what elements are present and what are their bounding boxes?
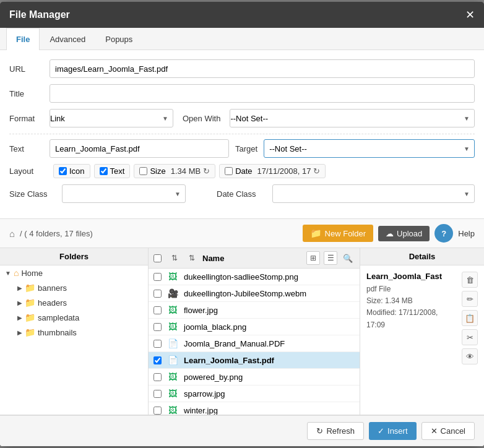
edit-button[interactable]: ✏ [462,291,478,307]
date-class-select-wrapper [272,184,475,203]
refresh-button[interactable]: ↻ Refresh [307,422,364,440]
details-filename: Learn_Joomla_Fast [366,272,457,281]
file-checkbox-1[interactable] [153,290,162,298]
text-checkbox[interactable] [100,167,108,175]
tab-advanced[interactable]: Advanced [40,28,95,50]
file-row-2[interactable]: 🖼 flower.jpg [149,302,360,319]
file-icon-8: 🖼 [166,405,179,415]
size-value: 1.34 MB [171,166,201,176]
file-row-1[interactable]: 🎥 dukeellington-JubileeStomp.webm [149,285,360,302]
tree-label-thumbnails: thumbnails [38,328,77,337]
dialog-header: File Manager ✕ [0,2,484,28]
text-input[interactable] [50,139,229,158]
preview-button[interactable]: 👁 [462,348,478,364]
insert-button[interactable]: ✓ Insert [369,422,417,440]
format-row: Format Link Image Button Open With --Not… [9,109,475,127]
details-modified: Modified: 17/11/2008, 17:09 [366,307,457,330]
file-row-4[interactable]: 📄 Joomla_Brand_Manual.PDF [149,335,360,352]
sort-alpha-icon[interactable]: ⇅ [168,251,181,265]
tree-label-sampledata: sampledata [38,313,79,322]
upload-button[interactable]: ☁ Upload [378,226,430,241]
file-icon-3: 🖼 [166,322,179,332]
dialog-close-button[interactable]: ✕ [465,8,475,22]
file-icon-4: 📄 [166,338,179,348]
browser-bar: ⌂ / ( 4 folders, 17 files) 📁 New Folder … [0,218,484,248]
sort-date-icon[interactable]: ⇅ [185,251,199,265]
url-row: URL [9,59,475,78]
layout-label: Layout [9,166,50,176]
file-checkbox-0[interactable] [153,273,162,281]
help-button[interactable]: ? [434,224,453,243]
file-checkbox-7[interactable] [153,390,162,398]
file-checkbox-6[interactable] [153,373,162,381]
layout-row: Layout Icon Text Size 1.34 MB ↻ Date 17/… [9,164,475,178]
list-view-icon[interactable]: ☰ [324,251,337,265]
file-icon-0: 🖼 [166,272,179,282]
files-panel: ⇅ ⇅ Name ⊞ ☰ 🔍 🖼 dukeellington-sadlieeSt… [149,248,360,415]
grid-view-icon[interactable]: ⊞ [306,251,320,265]
tree-item-headers[interactable]: ▶ 📁 headers [12,295,148,310]
tab-popups[interactable]: Popups [95,28,142,50]
file-checkbox-8[interactable] [153,407,162,415]
date-field: Date 17/11/2008, 17 ↻ [219,164,326,178]
tree-item-home[interactable]: ▼ ⌂ Home [0,265,148,280]
date-class-select[interactable] [272,184,475,203]
file-icon-1: 🎥 [166,288,179,298]
file-row-3[interactable]: 🖼 joomla_black.png [149,319,360,335]
tab-file[interactable]: File [6,28,40,50]
copy-button[interactable]: 📋 [462,310,478,326]
file-checkbox-2[interactable] [153,306,162,314]
delete-button[interactable]: 🗑 [462,272,478,288]
title-input[interactable] [50,84,475,103]
open-with-select-wrapper: --Not Set-- New Window Same Window [230,109,475,127]
date-class-label: Date Class [217,189,260,199]
file-icon-7: 🖼 [166,389,179,398]
tree-label-banners: banners [38,283,67,293]
home-icon[interactable]: ⌂ [9,228,15,239]
target-select-wrapper: --Not Set-- _blank _self _parent _top [264,139,475,158]
move-button[interactable]: ✂ [462,329,478,345]
form-body: URL Title Format Link Image Button Open … [0,50,484,218]
date-refresh-icon[interactable]: ↻ [313,166,320,176]
file-checkbox-3[interactable] [153,323,162,331]
files-name-header: Name [202,254,303,263]
select-all-checkbox[interactable] [153,254,162,262]
file-name-4: Joomla_Brand_Manual.PDF [184,339,355,348]
search-icon[interactable]: 🔍 [341,251,355,265]
file-name-8: winter.jpg [184,406,355,415]
text-target-row: Text Target --Not Set-- _blank _self _pa… [9,139,475,158]
new-folder-button[interactable]: 📁 New Folder [303,225,373,242]
url-input[interactable] [50,59,475,78]
tree-toggle-thumbnails: ▶ [17,329,22,336]
tree-toggle-home: ▼ [5,270,11,277]
size-class-select[interactable] [62,184,186,203]
icon-checkbox-label: Icon [69,166,85,176]
file-checkbox-4[interactable] [153,340,162,348]
file-icon-5: 📄 [166,355,179,365]
cancel-button[interactable]: ✕ Cancel [421,422,475,440]
file-row-0[interactable]: 🖼 dukeellington-sadlieeStomp.png [149,269,360,285]
format-select[interactable]: Link Image Button [50,109,173,127]
size-refresh-icon[interactable]: ↻ [203,166,210,176]
tabs-bar: File Advanced Popups [0,28,484,50]
checkmark-icon: ✓ [378,426,384,436]
file-row-5[interactable]: 📄 Learn_Joomla_Fast.pdf [149,352,360,369]
files-header: ⇅ ⇅ Name ⊞ ☰ 🔍 [149,248,360,269]
icon-checkbox[interactable] [59,167,67,175]
tree-item-thumbnails[interactable]: ▶ 📁 thumbnails [12,325,148,340]
file-icon-6: 🖼 [166,372,179,382]
date-checkbox[interactable] [225,167,233,175]
target-select[interactable]: --Not Set-- _blank _self _parent _top [264,139,475,158]
tree-item-sampledata[interactable]: ▶ 📁 sampledata [12,310,148,325]
open-with-select[interactable]: --Not Set-- New Window Same Window [230,109,475,127]
details-panel: Details Learn_Joomla_Fast pdf File Size:… [360,248,484,415]
file-row-8[interactable]: 🖼 winter.jpg [149,402,360,415]
dialog-footer: ↻ Refresh ✓ Insert ✕ Cancel [0,415,484,446]
file-row-6[interactable]: 🖼 powered_by.png [149,369,360,386]
folders-header: Folders [0,248,148,265]
file-row-7[interactable]: 🖼 sparrow.jpg [149,386,360,402]
file-checkbox-5[interactable] [153,356,162,364]
title-label: Title [9,89,50,98]
size-checkbox[interactable] [139,167,147,175]
tree-item-banners[interactable]: ▶ 📁 banners [12,280,148,295]
